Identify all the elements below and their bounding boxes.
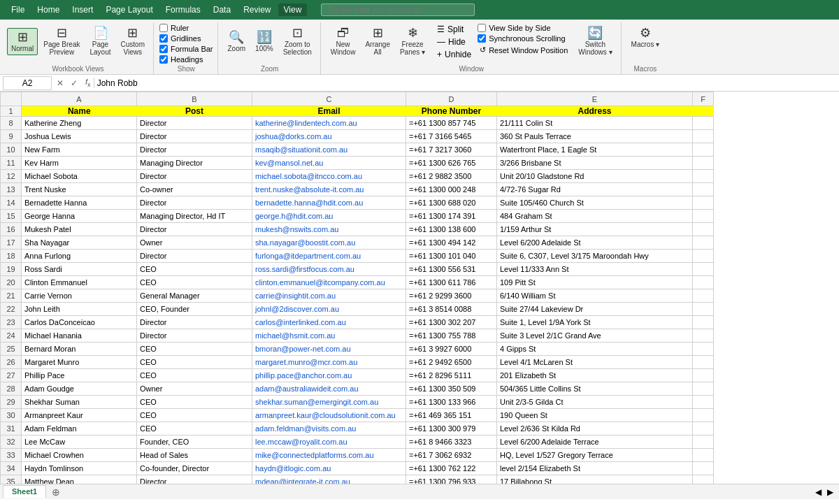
- table-cell[interactable]: Mukesh Patel: [22, 223, 137, 236]
- table-cell[interactable]: [693, 263, 714, 276]
- table-cell[interactable]: Level 4/1 McLaren St: [497, 356, 693, 369]
- hide-button[interactable]: — Hide: [435, 36, 473, 48]
- table-cell[interactable]: margaret.munro@mcr.com.au: [252, 356, 406, 369]
- table-cell[interactable]: Suite 3 Level 2/1C Grand Ave: [497, 329, 693, 343]
- table-cell[interactable]: 190 Queen St: [497, 409, 693, 422]
- name-box[interactable]: [3, 76, 52, 90]
- table-cell[interactable]: [693, 250, 714, 263]
- table-cell[interactable]: Name: [22, 106, 137, 117]
- custom-views-button[interactable]: ⊞ CustomViews: [117, 24, 149, 59]
- table-cell[interactable]: =+61 1300 796 933: [406, 475, 497, 484]
- col-header-f[interactable]: F: [693, 92, 714, 106]
- zoom-button[interactable]: 🔍 Zoom: [224, 28, 250, 55]
- table-cell[interactable]: Bernard Moran: [22, 343, 137, 356]
- table-cell[interactable]: =+61 2 9882 3500: [406, 170, 497, 183]
- table-cell[interactable]: [693, 396, 714, 409]
- table-cell[interactable]: Suite 105/460 Church St: [497, 196, 693, 210]
- table-cell[interactable]: adam@australiawideit.com.au: [252, 382, 406, 396]
- table-cell[interactable]: Suite 27/44 Lakeview Dr: [497, 303, 693, 316]
- table-cell[interactable]: [693, 329, 714, 343]
- table-cell[interactable]: Anna Furlong: [22, 250, 137, 263]
- table-cell[interactable]: New Farm: [22, 143, 137, 157]
- headings-check-input[interactable]: [159, 55, 168, 64]
- table-cell[interactable]: Head of Sales: [137, 449, 252, 462]
- table-cell[interactable]: Matthew Dean: [22, 475, 137, 484]
- col-header-c[interactable]: C: [252, 92, 406, 106]
- page-break-button[interactable]: ⊟ Page BreakPreview: [39, 24, 84, 59]
- table-cell[interactable]: CEO: [137, 422, 252, 435]
- table-cell[interactable]: Director: [137, 223, 252, 236]
- data-menu-item[interactable]: Data: [208, 3, 236, 16]
- table-cell[interactable]: Michael Hanania: [22, 329, 137, 343]
- table-cell[interactable]: CEO: [137, 396, 252, 409]
- table-cell[interactable]: =+61 7 3217 3060: [406, 143, 497, 157]
- table-cell[interactable]: Director: [137, 170, 252, 183]
- table-cell[interactable]: Level 11/333 Ann St: [497, 263, 693, 276]
- table-cell[interactable]: Director: [137, 250, 252, 263]
- table-cell[interactable]: [693, 382, 714, 396]
- table-cell[interactable]: [693, 422, 714, 435]
- table-cell[interactable]: adam.feldman@visits.com.au: [252, 422, 406, 435]
- table-cell[interactable]: [693, 130, 714, 143]
- table-cell[interactable]: Joshua Lewis: [22, 130, 137, 143]
- cancel-formula-btn[interactable]: ✕: [55, 78, 66, 89]
- table-cell[interactable]: [693, 316, 714, 329]
- table-cell[interactable]: michael@hsmit.com.au: [252, 329, 406, 343]
- table-cell[interactable]: 3/266 Brisbane St: [497, 157, 693, 170]
- sheet-tab-sheet1[interactable]: Sheet1: [3, 485, 46, 498]
- insert-menu-item[interactable]: Insert: [66, 3, 99, 16]
- page-layout-button[interactable]: 📄 PageLayout: [86, 24, 115, 59]
- table-cell[interactable]: Director: [137, 143, 252, 157]
- table-cell[interactable]: phillip.pace@anchor.com.au: [252, 369, 406, 382]
- table-cell[interactable]: Director: [137, 117, 252, 130]
- switch-windows-button[interactable]: 🔄 SwitchWindows ▾: [574, 24, 616, 59]
- table-cell[interactable]: Level 2/636 St Kilda Rd: [497, 422, 693, 435]
- table-cell[interactable]: John Leith: [22, 303, 137, 316]
- unhide-button[interactable]: + Unhide: [435, 49, 473, 60]
- ruler-checkbox[interactable]: Ruler: [159, 24, 189, 32]
- table-cell[interactable]: msaqib@situationit.com.au: [252, 143, 406, 157]
- table-cell[interactable]: CEO: [137, 369, 252, 382]
- table-cell[interactable]: Level 6/200 Adelaide St: [497, 236, 693, 250]
- table-cell[interactable]: Director: [137, 475, 252, 484]
- page-layout-menu-item[interactable]: Page Layout: [100, 3, 158, 16]
- table-cell[interactable]: =+61 1300 350 509: [406, 382, 497, 396]
- table-cell[interactable]: Suite 1, Level 1/9A York St: [497, 316, 693, 329]
- formula-bar-check-input[interactable]: [159, 45, 168, 53]
- table-cell[interactable]: Owner: [137, 382, 252, 396]
- table-cell[interactable]: Adam Goudge: [22, 382, 137, 396]
- table-cell[interactable]: Owner: [137, 236, 252, 250]
- table-cell[interactable]: Carrie Vernon: [22, 289, 137, 303]
- table-cell[interactable]: [693, 196, 714, 210]
- table-cell[interactable]: lee.mccaw@royalit.com.au: [252, 435, 406, 449]
- table-cell[interactable]: mike@connectedplatforms.com.au: [252, 449, 406, 462]
- table-cell[interactable]: Level 6/200 Adelaide Terrace: [497, 435, 693, 449]
- col-header-d[interactable]: D: [406, 92, 497, 106]
- table-cell[interactable]: [693, 409, 714, 422]
- view-side-by-side-checkbox[interactable]: View Side by Side: [478, 24, 570, 32]
- split-button[interactable]: ☰ Split: [435, 24, 473, 35]
- table-cell[interactable]: 4/72-76 Sugar Rd: [497, 183, 693, 196]
- zoom-100-button[interactable]: 🔢 100%: [251, 28, 278, 55]
- table-cell[interactable]: Sha Nayagar: [22, 236, 137, 250]
- table-cell[interactable]: Managing Director: [137, 157, 252, 170]
- col-header-e[interactable]: E: [497, 92, 693, 106]
- table-cell[interactable]: armanpreet.kaur@cloudsolutionit.com.au: [252, 409, 406, 422]
- table-cell[interactable]: 1/159 Arthur St: [497, 223, 693, 236]
- table-cell[interactable]: =+61 3 8514 0088: [406, 303, 497, 316]
- table-cell[interactable]: [693, 449, 714, 462]
- table-cell[interactable]: Waterfront Place, 1 Eagle St: [497, 143, 693, 157]
- table-cell[interactable]: carlos@interlinked.com.au: [252, 316, 406, 329]
- table-cell[interactable]: [693, 236, 714, 250]
- table-cell[interactable]: =+61 2 9299 3600: [406, 289, 497, 303]
- table-cell[interactable]: Clinton Emmanuel: [22, 276, 137, 289]
- table-cell[interactable]: CEO: [137, 343, 252, 356]
- table-cell[interactable]: [693, 210, 714, 223]
- table-cell[interactable]: =+61 2 8296 5111: [406, 369, 497, 382]
- zoom-to-selection-button[interactable]: ⊡ Zoom toSelection: [279, 24, 316, 59]
- table-cell[interactable]: =+61 1300 857 745: [406, 117, 497, 130]
- table-cell[interactable]: 484 Graham St: [497, 210, 693, 223]
- table-cell[interactable]: johnl@2discover.com.au: [252, 303, 406, 316]
- table-cell[interactable]: George Hanna: [22, 210, 137, 223]
- table-cell[interactable]: [693, 462, 714, 475]
